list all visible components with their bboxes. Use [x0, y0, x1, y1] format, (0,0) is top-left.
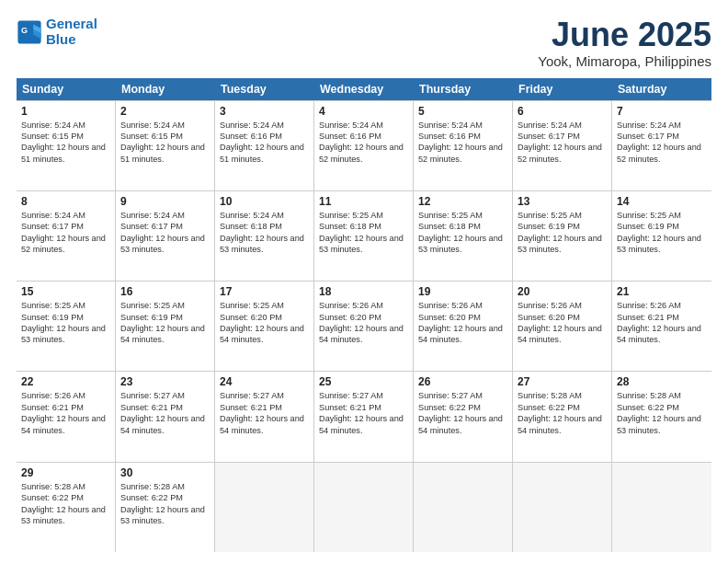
- day-num-22: 22: [21, 375, 110, 388]
- day-num-29: 29: [21, 466, 110, 479]
- day-29: 29 Sunrise: 5:28 AMSunset: 6:22 PMDaylig…: [17, 463, 116, 552]
- day-17: 17 Sunrise: 5:25 AMSunset: 6:20 PMDaylig…: [215, 282, 314, 371]
- day-empty-2: [314, 463, 414, 552]
- cell-text-6: Sunrise: 5:24 AM Sunset: 6:17 PM Dayligh…: [518, 120, 607, 166]
- week-row-2: 8 Sunrise: 5:24 AMSunset: 6:17 PMDayligh…: [17, 191, 711, 282]
- day-num-30: 30: [120, 466, 210, 479]
- day-11: 11 Sunrise: 5:25 AMSunset: 6:18 PMDaylig…: [314, 191, 414, 281]
- day-num-12: 12: [418, 195, 507, 208]
- location: Yook, Mimaropa, Philippines: [538, 53, 711, 69]
- calendar-header: Sunday Monday Tuesday Wednesday Thursday…: [17, 78, 711, 100]
- day-24: 24 Sunrise: 5:27 AMSunset: 6:21 PMDaylig…: [215, 372, 314, 461]
- header-friday: Friday: [513, 78, 612, 100]
- day-num-5: 5: [418, 105, 507, 118]
- page: G General Blue June 2025 Yook, Mimaropa,…: [0, 0, 728, 563]
- day-num-27: 27: [518, 375, 607, 388]
- day-16: 16 Sunrise: 5:25 AMSunset: 6:19 PMDaylig…: [116, 282, 215, 371]
- day-num-10: 10: [220, 195, 309, 208]
- cell-text-3: Sunrise: 5:24 AM Sunset: 6:16 PM Dayligh…: [220, 120, 309, 166]
- logo-general: General: [46, 16, 97, 31]
- day-4: 4 Sunrise: 5:24 AM Sunset: 6:16 PM Dayli…: [314, 101, 414, 190]
- day-num-13: 13: [518, 195, 607, 208]
- day-23: 23 Sunrise: 5:27 AMSunset: 6:21 PMDaylig…: [116, 372, 215, 461]
- day-10: 10 Sunrise: 5:24 AMSunset: 6:18 PMDaylig…: [215, 191, 314, 281]
- day-9: 9 Sunrise: 5:24 AMSunset: 6:17 PMDayligh…: [116, 191, 215, 281]
- day-empty-5: [612, 463, 711, 552]
- day-5: 5 Sunrise: 5:24 AM Sunset: 6:16 PM Dayli…: [414, 101, 513, 190]
- header-saturday: Saturday: [612, 78, 711, 100]
- daylight-1: Daylight: 12 hours and 51 minutes.: [21, 143, 106, 163]
- header-thursday: Thursday: [414, 78, 513, 100]
- header-wednesday: Wednesday: [314, 78, 414, 100]
- day-num-21: 21: [617, 285, 707, 298]
- day-15: 15 Sunrise: 5:25 AMSunset: 6:19 PMDaylig…: [17, 282, 116, 371]
- day-20: 20 Sunrise: 5:26 AMSunset: 6:20 PMDaylig…: [513, 282, 612, 371]
- logo-text: General Blue: [46, 17, 97, 47]
- day-21: 21 Sunrise: 5:26 AMSunset: 6:21 PMDaylig…: [612, 282, 711, 371]
- logo: G General Blue: [17, 17, 97, 47]
- day-13: 13 Sunrise: 5:25 AMSunset: 6:19 PMDaylig…: [513, 191, 612, 281]
- day-empty-1: [215, 463, 314, 552]
- logo-icon: G: [17, 19, 42, 45]
- header-tuesday: Tuesday: [215, 78, 314, 100]
- day-25: 25 Sunrise: 5:27 AMSunset: 6:21 PMDaylig…: [314, 372, 414, 461]
- calendar: Sunday Monday Tuesday Wednesday Thursday…: [17, 78, 711, 552]
- day-3: 3 Sunrise: 5:24 AM Sunset: 6:16 PM Dayli…: [215, 101, 314, 190]
- cell-text-2: Sunrise: 5:24 AM Sunset: 6:15 PM Dayligh…: [120, 120, 210, 166]
- week-row-3: 15 Sunrise: 5:25 AMSunset: 6:19 PMDaylig…: [17, 282, 711, 372]
- title-block: June 2025 Yook, Mimaropa, Philippines: [538, 17, 711, 69]
- day-num-16: 16: [120, 285, 210, 298]
- day-num-14: 14: [617, 195, 707, 208]
- day-num-24: 24: [220, 375, 309, 388]
- day-num-19: 19: [418, 285, 507, 298]
- day-26: 26 Sunrise: 5:27 AMSunset: 6:22 PMDaylig…: [414, 372, 513, 461]
- week-row-1: 1 Sunrise: 5:24 AM Sunset: 6:15 PM Dayli…: [17, 101, 711, 191]
- day-num-17: 17: [220, 285, 309, 298]
- day-27: 27 Sunrise: 5:28 AMSunset: 6:22 PMDaylig…: [513, 372, 612, 461]
- sunset-1: Sunset: 6:15 PM: [21, 132, 84, 141]
- day-num-23: 23: [120, 375, 210, 388]
- day-num-25: 25: [319, 375, 408, 388]
- logo-blue: Blue: [46, 31, 76, 47]
- day-num-6: 6: [518, 105, 607, 118]
- week-row-4: 22 Sunrise: 5:26 AMSunset: 6:21 PMDaylig…: [17, 372, 711, 462]
- day-num-3: 3: [220, 105, 309, 118]
- day-num-18: 18: [319, 285, 408, 298]
- day-num-28: 28: [617, 375, 707, 388]
- header-monday: Monday: [116, 78, 215, 100]
- day-18: 18 Sunrise: 5:26 AMSunset: 6:20 PMDaylig…: [314, 282, 414, 371]
- day-num-11: 11: [319, 195, 408, 208]
- calendar-body: 1 Sunrise: 5:24 AM Sunset: 6:15 PM Dayli…: [17, 100, 711, 552]
- header: G General Blue June 2025 Yook, Mimaropa,…: [17, 17, 711, 69]
- day-num-15: 15: [21, 285, 110, 298]
- day-28: 28 Sunrise: 5:28 AMSunset: 6:22 PMDaylig…: [612, 372, 711, 461]
- day-12: 12 Sunrise: 5:25 AMSunset: 6:18 PMDaylig…: [414, 191, 513, 281]
- cell-text-1: Sunrise: 5:24 AM Sunset: 6:15 PM Dayligh…: [21, 120, 110, 166]
- sunrise-1: Sunrise: 5:24 AM: [21, 121, 85, 130]
- day-empty-4: [513, 463, 612, 552]
- svg-text:G: G: [21, 26, 28, 35]
- day-num-26: 26: [418, 375, 507, 388]
- day-7: 7 Sunrise: 5:24 AM Sunset: 6:17 PM Dayli…: [612, 101, 711, 190]
- cell-text-7: Sunrise: 5:24 AM Sunset: 6:17 PM Dayligh…: [617, 120, 707, 166]
- header-sunday: Sunday: [17, 78, 116, 100]
- day-num-2: 2: [120, 105, 210, 118]
- day-22: 22 Sunrise: 5:26 AMSunset: 6:21 PMDaylig…: [17, 372, 116, 461]
- day-2: 2 Sunrise: 5:24 AM Sunset: 6:15 PM Dayli…: [116, 101, 215, 190]
- week-row-5: 29 Sunrise: 5:28 AMSunset: 6:22 PMDaylig…: [17, 463, 711, 552]
- day-num-9: 9: [120, 195, 210, 208]
- day-num-8: 8: [21, 195, 110, 208]
- day-num-4: 4: [319, 105, 408, 118]
- day-14: 14 Sunrise: 5:25 AMSunset: 6:19 PMDaylig…: [612, 191, 711, 281]
- day-8: 8 Sunrise: 5:24 AMSunset: 6:17 PMDayligh…: [17, 191, 116, 281]
- day-num-7: 7: [617, 105, 707, 118]
- day-empty-3: [414, 463, 513, 552]
- cell-text-4: Sunrise: 5:24 AM Sunset: 6:16 PM Dayligh…: [319, 120, 408, 166]
- cell-text-5: Sunrise: 5:24 AM Sunset: 6:16 PM Dayligh…: [418, 120, 507, 166]
- day-6: 6 Sunrise: 5:24 AM Sunset: 6:17 PM Dayli…: [513, 101, 612, 190]
- day-num-1: 1: [21, 105, 110, 118]
- day-19: 19 Sunrise: 5:26 AMSunset: 6:20 PMDaylig…: [414, 282, 513, 371]
- day-30: 30 Sunrise: 5:28 AMSunset: 6:22 PMDaylig…: [116, 463, 215, 552]
- day-num-20: 20: [518, 285, 607, 298]
- day-1: 1 Sunrise: 5:24 AM Sunset: 6:15 PM Dayli…: [17, 101, 116, 190]
